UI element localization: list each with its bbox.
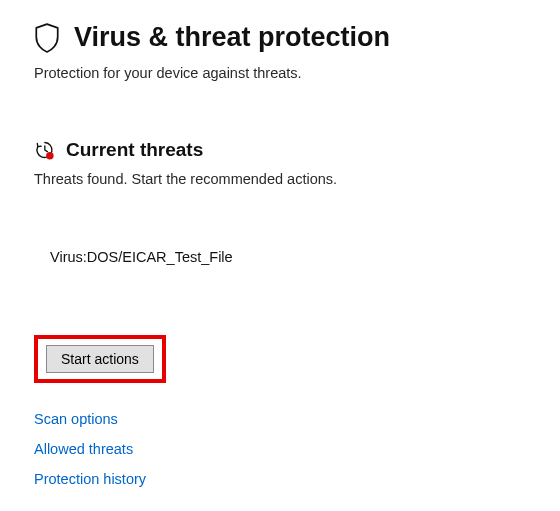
page-header: Virus & threat protection [34, 22, 526, 53]
section-title: Current threats [66, 139, 203, 161]
threat-item[interactable]: Virus:DOS/EICAR_Test_File [50, 249, 526, 265]
svg-point-0 [46, 152, 54, 160]
scan-options-link[interactable]: Scan options [34, 411, 526, 427]
section-subtitle: Threats found. Start the recommended act… [34, 171, 526, 187]
current-threats-section: Current threats Threats found. Start the… [34, 139, 526, 487]
history-alert-icon [34, 140, 54, 160]
annotation-highlight: Start actions [34, 335, 166, 383]
protection-history-link[interactable]: Protection history [34, 471, 526, 487]
page-subtitle: Protection for your device against threa… [34, 65, 526, 81]
page-title: Virus & threat protection [74, 22, 390, 53]
start-actions-button[interactable]: Start actions [46, 345, 154, 373]
allowed-threats-link[interactable]: Allowed threats [34, 441, 526, 457]
links-group: Scan options Allowed threats Protection … [34, 411, 526, 487]
shield-icon [34, 23, 60, 53]
threat-list: Virus:DOS/EICAR_Test_File [34, 249, 526, 265]
